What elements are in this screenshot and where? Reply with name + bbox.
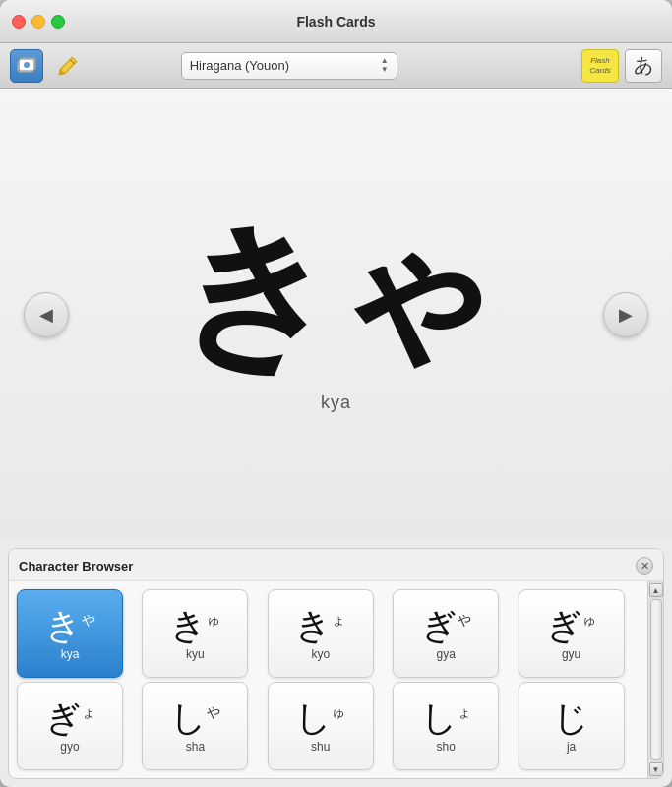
category-dropdown[interactable]: Hiragana (Youon) ▲ ▼ [181,52,397,80]
scroll-down-button[interactable]: ▼ [649,762,663,776]
maximize-button[interactable] [51,15,65,29]
char-symbol: ぎゅ [546,606,596,645]
char-symbol: しや [170,698,220,738]
char-cell[interactable]: ぎやgya [393,589,499,678]
char-symbol: きょ [295,606,345,645]
char-label: ja [567,740,576,754]
char-cell[interactable]: しやsha [142,682,248,770]
close-icon: ✕ [641,560,649,573]
toolbar: Hiragana (Youon) ▲ ▼ FlashCards あ [0,43,672,89]
char-symbol: じ [553,698,589,738]
char-label: kya [61,647,80,661]
char-grid: きやkyaきゅkyuきょkyoぎやgyaぎゅgyuぎょgyoしやshaしゅshu… [9,581,647,778]
toolbar-right: FlashCards あ [581,49,662,83]
char-label: gya [437,647,456,661]
char-symbol: ぎや [421,606,471,645]
browser-header: Character Browser ✕ [9,549,663,581]
dropdown-value: Hiragana (Youon) [190,58,289,73]
char-label: shu [311,740,330,754]
char-label: kyu [186,647,205,661]
main-window: Flash Cards Hiragana (Youon) ▲ [0,0,672,787]
sticky-note-button[interactable]: FlashCards [581,49,619,83]
prev-icon: ◀ [39,304,53,326]
character-browser: Character Browser ✕ きやkyaきゅkyuきょkyoぎやgya… [8,548,664,779]
char-label: kyo [311,647,330,661]
char-label: sha [186,740,205,754]
cards-icon-button[interactable] [10,49,43,83]
next-icon: ▶ [619,304,633,326]
close-button[interactable] [12,15,26,29]
char-cell[interactable]: しょsho [393,682,499,770]
sticky-note-label: FlashCards [589,56,610,75]
browser-title: Character Browser [19,559,133,574]
char-grid-container: きやkyaきゅkyuきょkyoぎやgyaぎゅgyuぎょgyoしやshaしゅshu… [9,581,663,778]
char-symbol: ぎょ [45,698,95,738]
traffic-lights [12,15,65,29]
edit-icon-button[interactable] [51,49,85,83]
char-cell[interactable]: きょkyo [268,589,374,678]
char-symbol: しゅ [295,698,345,738]
flash-character: きゃ [175,215,498,373]
hiragana-symbol: あ [634,52,653,79]
dropdown-arrows: ▲ ▼ [381,57,389,74]
scroll-up-button[interactable]: ▲ [649,583,663,597]
char-label: sho [437,740,456,754]
char-symbol: きゅ [170,606,220,645]
char-cell[interactable]: しゅshu [268,682,374,770]
flash-romaji: kya [321,393,351,413]
char-cell[interactable]: きゅkyu [142,589,248,678]
scroll-thumb[interactable] [650,599,662,760]
char-label: gyu [562,647,580,661]
prev-button[interactable]: ◀ [24,292,69,337]
char-cell[interactable]: ぎゅgyu [519,589,625,678]
next-button[interactable]: ▶ [603,292,648,337]
minimize-button[interactable] [31,15,45,29]
window-title: Flash Cards [296,14,375,30]
char-cell[interactable]: きやkya [17,589,123,678]
card-area: ◀ きゃ kya ▶ [0,89,672,540]
char-cell[interactable]: ぎょgyo [17,682,123,770]
scrollbar: ▲ ▼ [647,581,663,778]
char-label: gyo [60,740,79,754]
char-symbol: しょ [421,698,471,738]
svg-point-3 [24,62,30,68]
char-cell[interactable]: じja [519,682,625,770]
title-bar: Flash Cards [0,0,672,43]
close-browser-button[interactable]: ✕ [636,557,653,575]
hiragana-button[interactable]: あ [625,49,662,83]
char-symbol: きや [45,606,95,645]
